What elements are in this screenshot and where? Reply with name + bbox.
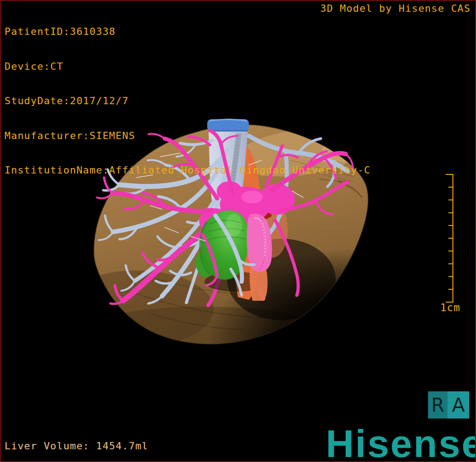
- app-window: PatientID:3610338 Device:CT StudyDate:20…: [0, 0, 476, 462]
- scale-bar-label: 1cm: [434, 302, 466, 313]
- orientation-marker-anterior: A: [447, 391, 469, 419]
- patient-metadata: PatientID:3610338 Device:CT StudyDate:20…: [5, 3, 371, 199]
- institution-line: InstitutionName:Affiliated Hospital Qing…: [5, 164, 371, 176]
- scale-bar-ticks: [446, 174, 453, 302]
- study-date-line: StudyDate:2017/12/7: [5, 95, 371, 107]
- device-line: Device:CT: [5, 61, 371, 72]
- patient-id-line: PatientID:3610338: [5, 26, 371, 38]
- scale-bar: [442, 171, 465, 307]
- orientation-markers: R A: [428, 391, 469, 419]
- manufacturer-line: Manufacturer:SIEMENS: [5, 130, 371, 142]
- orientation-marker-right: R: [428, 391, 447, 419]
- liver-volume-readout: Liver Volume: 1454.7ml: [5, 440, 148, 452]
- hisense-logo: Hisense: [326, 424, 476, 462]
- watermark-title: 3D Model by Hisense CAS: [320, 3, 471, 14]
